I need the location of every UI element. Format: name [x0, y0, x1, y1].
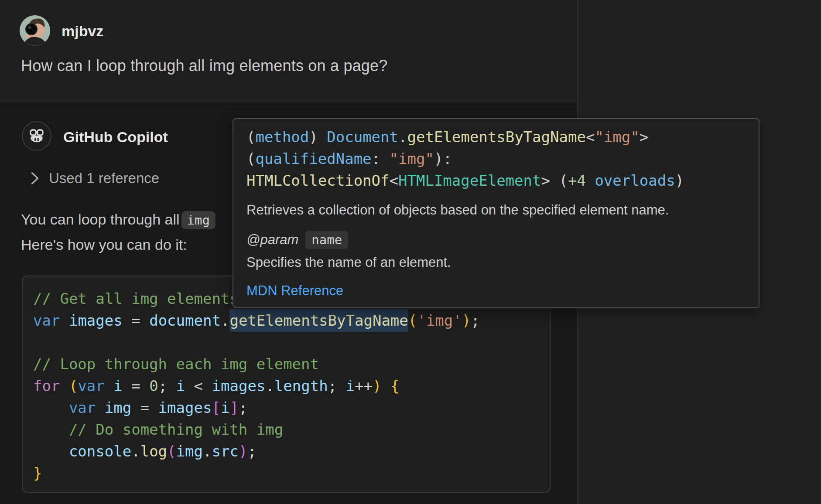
user-avatar-image — [20, 15, 50, 46]
code-token: "img" — [390, 150, 434, 167]
references-label: Used 1 reference — [49, 170, 159, 187]
username: mjbvz — [62, 23, 103, 40]
code-token: ) — [462, 312, 471, 329]
code-token: . — [203, 443, 212, 460]
code-token: images — [158, 399, 212, 416]
answer-line-2: Here's how you can do it: — [21, 236, 187, 253]
code-token — [105, 377, 113, 395]
code-token — [33, 399, 69, 416]
code-token — [33, 443, 69, 460]
signature-line: HTMLCollectionOf<HTMLImageElement> (+4 o… — [246, 170, 746, 191]
code-line: var images = document.getElementsByTagNa… — [33, 310, 550, 331]
highlighted-token: getElementsByTagName — [229, 309, 408, 332]
code-token: { — [390, 377, 399, 395]
code-token: Document — [327, 128, 398, 146]
code-token: : — [372, 150, 390, 167]
code-token: i — [176, 377, 185, 395]
code-token: < — [390, 172, 398, 189]
code-line: console.log(img.src); — [33, 440, 550, 462]
code-token: [ — [212, 399, 220, 416]
tooltip-param-row: @param name — [246, 230, 746, 250]
chat-panel: mjbvz How can I loop through all img ele… — [0, 0, 821, 504]
code-token: ( — [408, 312, 417, 329]
references-toggle[interactable]: Used 1 reference — [31, 170, 159, 187]
code-token: for — [33, 377, 60, 395]
code-token: . — [221, 312, 229, 329]
user-avatar — [20, 15, 50, 46]
code-token: ++ — [355, 377, 373, 395]
code-token: > ( — [541, 172, 568, 189]
code-token: HTMLImageElement — [398, 172, 541, 189]
code-token: ; — [247, 443, 256, 460]
param-tag: @param — [246, 232, 298, 248]
signature-line: (method) Document.getElementsByTagName<"… — [246, 126, 746, 148]
code-line: for (var i = 0; i < images.length; i++) … — [33, 375, 550, 397]
code-token: 'img' — [417, 312, 462, 329]
user-message: mjbvz How can I loop through all img ele… — [0, 0, 577, 102]
code-token — [96, 399, 104, 416]
code-token: > — [640, 128, 648, 146]
copilot-icon — [28, 127, 45, 145]
signature-line: (qualifiedName: "img"): — [246, 148, 746, 170]
code-line: // Do something with img — [33, 419, 550, 440]
code-token: method — [255, 128, 309, 146]
code-token: i — [113, 377, 122, 395]
code-token: = — [123, 377, 149, 395]
chevron-right-icon — [31, 172, 39, 185]
code-token: overloads — [595, 172, 675, 189]
code-token: ; — [158, 377, 176, 395]
tooltip-signature: (method) Document.getElementsByTagName<"… — [246, 126, 746, 191]
code-token: document — [149, 312, 221, 329]
hover-tooltip: (method) Document.getElementsByTagName<"… — [233, 118, 759, 308]
code-lines: // Get all img elements on the pagevar i… — [33, 288, 550, 484]
code-token: i — [346, 377, 355, 395]
code-token: log — [140, 443, 167, 460]
code-token: ] — [229, 399, 238, 416]
code-line: } — [33, 462, 550, 484]
code-token: images — [69, 312, 123, 329]
code-token: } — [33, 464, 42, 482]
answer-line-1: You can loop through allimg — [21, 211, 216, 228]
code-token — [33, 421, 69, 438]
code-token: < — [586, 128, 595, 146]
code-token: ) — [239, 443, 247, 460]
code-token: ; — [328, 377, 346, 395]
code-token: ( — [167, 443, 176, 460]
code-token: ( — [246, 128, 255, 146]
code-token: . — [398, 128, 407, 146]
code-token: images — [212, 377, 266, 395]
code-token: . — [131, 443, 140, 460]
code-token: "img" — [595, 128, 639, 146]
mdn-reference-link[interactable]: MDN Reference — [246, 283, 343, 299]
code-token: qualifiedName — [255, 150, 371, 167]
code-token: = — [123, 312, 149, 329]
code-token — [60, 312, 68, 329]
copilot-name: GitHub Copilot — [63, 129, 168, 146]
code-line: // Loop through each img element — [33, 353, 550, 375]
code-token: var — [33, 312, 60, 329]
code-token: ; — [471, 312, 479, 329]
code-token: 0 — [149, 377, 158, 395]
code-token — [586, 172, 595, 189]
code-token: . — [265, 377, 274, 395]
code-token: img — [105, 399, 131, 416]
param-name-chip: name — [305, 231, 348, 249]
code-token: = — [131, 399, 158, 416]
code-token: < — [185, 377, 212, 395]
tooltip-description: Retrieves a collection of objects based … — [246, 201, 746, 219]
code-token: img — [176, 443, 203, 460]
code-token — [60, 377, 68, 395]
code-token: ): — [434, 150, 452, 167]
code-token: // Loop through each img element — [33, 355, 319, 373]
code-token: getElementsByTagName — [407, 128, 586, 146]
code-token: ) — [675, 172, 684, 189]
code-token: var — [69, 399, 96, 416]
code-token: console — [69, 443, 131, 460]
code-token: var — [78, 377, 104, 395]
user-question: How can I loop through all img elements … — [21, 57, 388, 75]
copilot-avatar — [22, 121, 51, 151]
code-line — [33, 331, 550, 353]
code-line: var img = images[i]; — [33, 397, 550, 419]
code-token: // Do something with img — [69, 421, 283, 438]
code-token: i — [221, 399, 229, 416]
